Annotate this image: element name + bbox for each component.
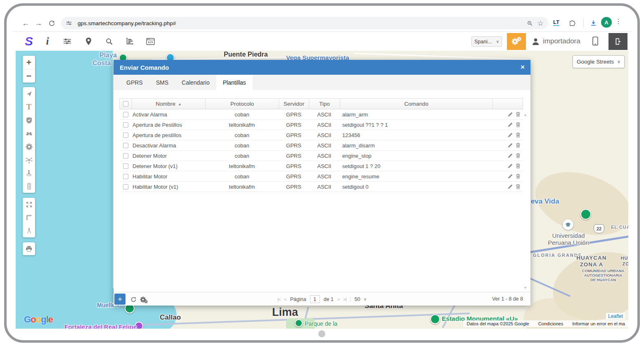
table-row[interactable]: Detener Motor (v1)teltonikafmGPRSASCIIse…: [119, 161, 523, 171]
binoculars-icon[interactable]: [23, 127, 35, 140]
first-page-icon[interactable]: |<: [277, 297, 280, 302]
row-command: engine_stop: [340, 153, 492, 159]
attribution-informar[interactable]: Informar un error en el ma: [572, 321, 625, 326]
grid-settings-gear-icon[interactable]: [139, 294, 149, 304]
info-icon[interactable]: i: [39, 32, 56, 51]
delete-trash-icon[interactable]: [516, 173, 521, 179]
row-checkbox[interactable]: [123, 143, 128, 148]
tab-calendario[interactable]: Calendario: [175, 75, 216, 90]
traffic-light-icon[interactable]: [23, 180, 35, 193]
table-row[interactable]: Desactivar AlarmacobanGPRSASCIIalarm_dis…: [119, 140, 523, 151]
column-comando[interactable]: Comando: [340, 99, 493, 109]
edit-pencil-icon[interactable]: [507, 132, 513, 138]
ruler-icon[interactable]: [23, 211, 35, 224]
row-checkbox[interactable]: [123, 112, 128, 117]
navigate-arrow-icon[interactable]: [23, 87, 35, 100]
filters-icon[interactable]: [59, 32, 76, 51]
page-input[interactable]: [310, 295, 320, 303]
add-template-button[interactable]: +: [114, 294, 125, 305]
row-checkbox[interactable]: [123, 133, 128, 138]
row-checkbox[interactable]: [123, 153, 128, 159]
table-row[interactable]: Activar AlarmacobanGPRSASCIIalarm_arm: [119, 109, 523, 120]
tab-gprs[interactable]: GPRS: [120, 75, 149, 90]
delete-trash-icon[interactable]: [516, 132, 521, 138]
user-cluster[interactable]: importadora: [532, 32, 580, 51]
gear-outline-icon[interactable]: [23, 140, 35, 153]
row-checkbox[interactable]: [123, 164, 128, 169]
edit-pencil-icon[interactable]: [507, 163, 513, 169]
edit-pencil-icon[interactable]: [507, 153, 513, 159]
zoom-out-button[interactable]: −: [23, 69, 35, 83]
row-checkbox[interactable]: [123, 184, 128, 190]
fullscreen-icon[interactable]: [23, 198, 35, 211]
code-window-icon[interactable]: [142, 32, 159, 51]
prev-page-icon[interactable]: <: [284, 297, 286, 302]
zoom-in-button[interactable]: +: [23, 56, 35, 69]
table-row[interactable]: Habilitar MotorcobanGPRSASCIIengine_resu…: [119, 171, 523, 182]
delete-trash-icon[interactable]: [516, 184, 521, 190]
delete-trash-icon[interactable]: [516, 163, 521, 169]
extensions-puzzle-icon[interactable]: [566, 17, 578, 29]
download-icon[interactable]: [587, 17, 599, 29]
tab-sms[interactable]: SMS: [149, 75, 175, 90]
table-row[interactable]: Apertura de pestilloscobanGPRSASCII12345…: [119, 130, 523, 140]
row-checkbox[interactable]: [123, 174, 128, 179]
bookmark-star-icon[interactable]: ☆: [535, 18, 546, 28]
column-protocolo[interactable]: Protocolo: [206, 99, 279, 109]
map-label-huaycan-right: HUAYC ZONA: [615, 255, 628, 267]
settings-gears-button[interactable]: [507, 33, 526, 50]
logout-button[interactable]: [608, 33, 627, 50]
map-layer-select[interactable]: Google Streets ∨: [573, 55, 625, 68]
browser-menu-icon[interactable]: ⋮: [614, 17, 623, 25]
location-pin-icon[interactable]: [80, 32, 97, 51]
street-view-pegman-icon[interactable]: [23, 166, 35, 180]
refresh-icon[interactable]: [128, 294, 138, 304]
labels-text-icon[interactable]: T: [23, 100, 35, 114]
address-bar[interactable]: gps.smartechcompany.pe/tracking.php# ☆: [61, 17, 548, 29]
cluster-spider-icon[interactable]: [23, 153, 35, 166]
leaflet-link[interactable]: Leaflet: [606, 313, 625, 320]
site-settings-icon[interactable]: [64, 18, 74, 28]
edit-pencil-icon[interactable]: [507, 111, 513, 117]
attribution-condiciones[interactable]: Condiciones: [538, 321, 564, 326]
column-tipo[interactable]: Tipo: [309, 99, 340, 109]
zoom-page-icon[interactable]: [524, 18, 535, 28]
table-row[interactable]: Apertura de PestillosteltonikafmGPRSASCI…: [119, 120, 523, 130]
search-icon[interactable]: [101, 32, 117, 51]
mobile-phone-icon[interactable]: [592, 36, 598, 47]
url-text[interactable]: gps.smartechcompany.pe/tracking.php#: [78, 20, 524, 26]
table-row[interactable]: Detener MotorcobanGPRSASCIIengine_stop: [119, 151, 523, 161]
tab-plantillas[interactable]: Plantillas: [216, 75, 253, 90]
edit-pencil-icon[interactable]: [507, 173, 513, 179]
delete-trash-icon[interactable]: [516, 142, 521, 148]
scroll-down-icon[interactable]: ▼: [523, 286, 527, 290]
select-all-checkbox[interactable]: [123, 101, 128, 107]
compass-divider-icon[interactable]: [23, 224, 35, 237]
row-checkbox[interactable]: [123, 122, 128, 128]
reports-chart-icon[interactable]: [121, 32, 138, 51]
print-tool: [23, 242, 35, 255]
print-icon[interactable]: [23, 242, 35, 255]
reload-icon[interactable]: [46, 17, 57, 29]
edit-pencil-icon[interactable]: [507, 122, 513, 128]
edit-pencil-icon[interactable]: [507, 142, 513, 148]
language-select[interactable]: Spani... ∨: [471, 36, 502, 47]
delete-trash-icon[interactable]: [516, 111, 521, 117]
delete-trash-icon[interactable]: [516, 122, 521, 128]
close-icon[interactable]: ×: [521, 63, 525, 71]
column-servidor[interactable]: Servidor: [279, 99, 309, 109]
column-nombre[interactable]: Nombre▲: [132, 99, 206, 109]
table-row[interactable]: Habilitar Motor (v1)teltonikafmGPRSASCII…: [119, 182, 523, 192]
browser-avatar[interactable]: A: [601, 17, 612, 28]
back-icon[interactable]: ←: [20, 17, 31, 29]
geofence-shield-icon[interactable]: [23, 114, 35, 127]
languagetool-extension-icon[interactable]: LT: [553, 19, 559, 26]
scroll-up-icon[interactable]: ▲: [523, 113, 527, 117]
forward-icon[interactable]: →: [33, 17, 44, 29]
page-size-select[interactable]: 50 ∨: [350, 296, 367, 302]
app-logo[interactable]: S: [21, 32, 37, 51]
edit-pencil-icon[interactable]: [507, 184, 513, 190]
next-page-icon[interactable]: >: [337, 297, 339, 302]
delete-trash-icon[interactable]: [516, 153, 521, 159]
last-page-icon[interactable]: >|: [343, 297, 346, 302]
